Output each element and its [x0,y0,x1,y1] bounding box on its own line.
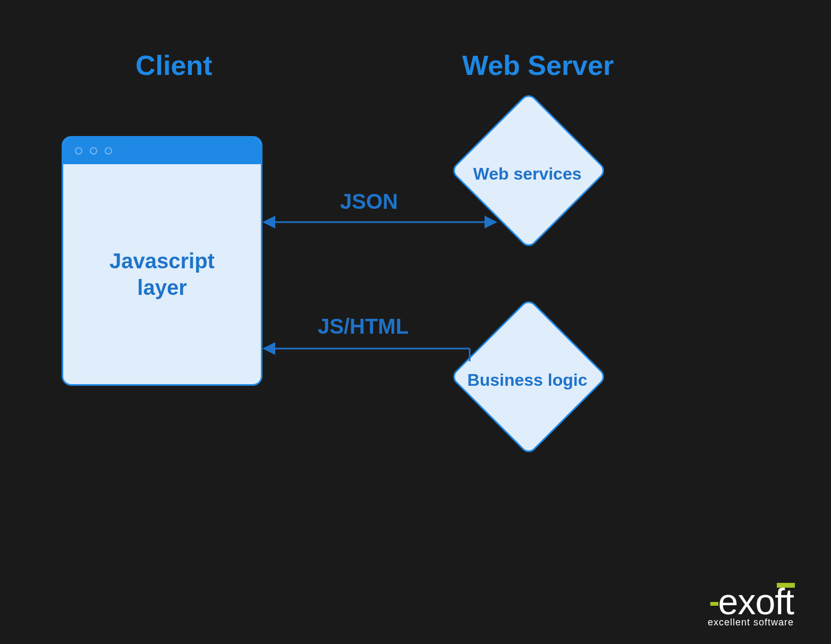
client-title: Client [135,49,212,81]
window-dot-icon [105,147,112,155]
business-logic-node: Business logic [450,298,608,456]
client-browser-window: Javascript layer [62,136,262,386]
browser-body: Javascript layer [63,164,261,384]
window-dot-icon [75,147,82,155]
web-services-label: Web services [459,164,597,184]
logo-dash-icon: - [709,583,719,620]
json-label: JSON [340,190,398,214]
web-services-node: Web services [450,92,608,250]
jshtml-label: JS/HTML [318,315,409,338]
javascript-layer-label-line1: Javascript [109,249,215,273]
browser-titlebar [63,138,261,164]
window-dot-icon [90,147,97,155]
business-logic-label: Business logic [459,370,597,390]
brand-logo-main: -exoft [708,581,794,622]
brand-tagline: excellent software [708,617,794,628]
brand-logo: -exoft excellent software [708,581,794,628]
javascript-layer-label-line2: layer [137,276,186,299]
server-title: Web Server [462,49,614,81]
